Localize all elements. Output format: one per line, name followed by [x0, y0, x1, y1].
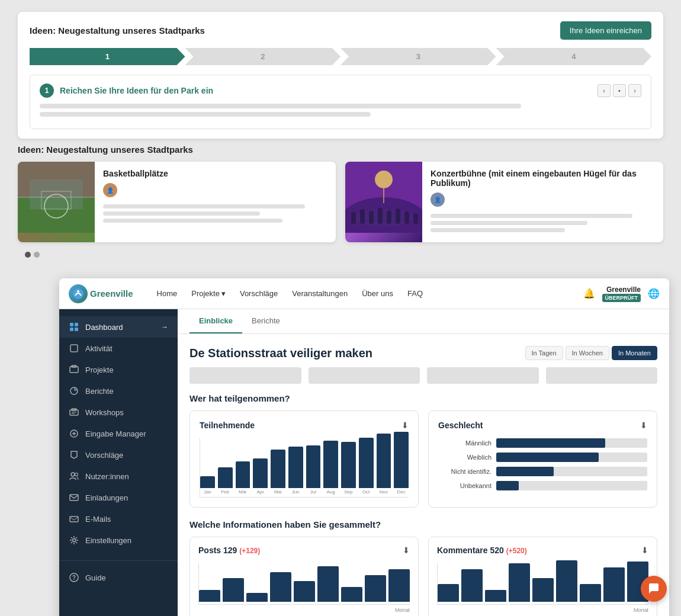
h-bar-chart-geschlecht: Männlich Weiblich Nicht identifiz. [438, 438, 647, 490]
mini-bar-comments-1 [438, 584, 459, 602]
step-next-button[interactable]: › [628, 84, 641, 97]
step-4[interactable]: 4 [496, 48, 652, 65]
mini-bar-posts-7 [341, 587, 362, 602]
notification-icon[interactable]: 🔔 [583, 288, 595, 299]
progress-steps: 1 2 3 4 [30, 48, 651, 65]
svg-point-40 [73, 539, 76, 542]
guide-icon: ? [69, 572, 79, 583]
download-icon-comments[interactable]: ⬇ [641, 546, 648, 555]
sidebar: Dashboard → Aktivität Proje [59, 309, 178, 616]
bar-feb [218, 467, 233, 488]
bar-label-sep: Sep [344, 489, 352, 495]
dot-1[interactable] [25, 252, 31, 258]
sidebar-item-label-nutzerinnen: Nutzer:innen [85, 472, 129, 481]
chat-button[interactable] [641, 576, 667, 602]
mini-bar-posts-5 [294, 581, 315, 602]
idea-placeholder-1c [103, 219, 282, 223]
svg-rect-17 [404, 211, 409, 224]
dashboard-icon [69, 322, 79, 332]
mini-bar-comments-6 [556, 560, 577, 602]
comments-title: Kommentare 520 (+520) [437, 546, 527, 555]
proposals-icon [69, 450, 79, 460]
idea-card-basketball[interactable]: Basketballplätze 👤 [18, 162, 336, 242]
mini-bar-chart-posts [198, 563, 410, 605]
mini-bar-posts-9 [388, 569, 410, 602]
bar-col-jan: Jan [200, 476, 215, 495]
stat-placeholder-3 [427, 367, 539, 384]
navbar: Greenville Home Projekte ▾ Vorschläge Ve… [59, 278, 669, 309]
svg-rect-14 [378, 208, 383, 224]
globe-icon[interactable]: 🌐 [648, 288, 660, 299]
bar-jun [288, 447, 303, 488]
idea-card-concert[interactable]: Konzertbühne (mit einem eingebauten Hüge… [345, 162, 663, 242]
nav-vorschlaege[interactable]: Vorschläge [240, 289, 278, 298]
step-dot-button[interactable]: • [613, 84, 626, 97]
ideas-grid: Basketballplätze 👤 [18, 162, 663, 242]
sidebar-item-dashboard[interactable]: Dashboard → [59, 316, 178, 338]
bar-col-oct: Oct [359, 438, 374, 495]
svg-rect-13 [369, 211, 374, 224]
sidebar-item-guide[interactable]: ? Guide [59, 567, 178, 588]
verified-badge: ÜBERPRÜFT [602, 294, 641, 302]
participation-title: Wer hat teilgenommen? [189, 393, 657, 403]
idea-card-img-basketball [18, 162, 95, 242]
sidebar-item-einstellungen[interactable]: Einstellungen [59, 530, 178, 551]
sidebar-item-emails[interactable]: E-Mails [59, 508, 178, 530]
sidebar-item-label-projekte: Projekte [85, 365, 114, 374]
h-bar-track-nicht [496, 467, 647, 476]
filter-in-wochen[interactable]: In Wochen [566, 346, 609, 360]
sidebar-item-nutzerinnen[interactable]: Nutzer:innen [59, 466, 178, 487]
posts-count: (+129) [239, 547, 260, 555]
sidebar-item-label-dashboard: Dashboard [85, 323, 123, 332]
chart-title-geschlecht: Geschlecht [438, 421, 483, 430]
chart-title-teilnehmende: Teilnehmende [200, 421, 255, 430]
nav-ueber-uns[interactable]: Über uns [362, 289, 393, 298]
idea-card-title-basketball: Basketballplätze [103, 169, 327, 178]
dot-2[interactable] [34, 252, 40, 258]
charts-row: Teilnehmende ⬇ Jan Feb Mär Apr Mai Jun J… [189, 410, 657, 508]
h-bar-row-unbekannt: Unbekannt [438, 481, 647, 490]
bar-mar [236, 461, 250, 488]
svg-text:?: ? [72, 575, 76, 581]
navbar-brand: Greenville [69, 284, 133, 303]
nav-projekte[interactable]: Projekte ▾ [191, 289, 226, 298]
tab-einblicke[interactable]: Einblicke [189, 309, 242, 333]
mini-chart-card-comments: Kommentare 520 (+520) ⬇ [428, 537, 657, 616]
content-area: De Stationsstraat veiliger maken In Tage… [178, 334, 669, 616]
sidebar-item-vorschlaege[interactable]: Vorschläge [59, 444, 178, 466]
submit-ideas-button[interactable]: Ihre Ideen einreichen [560, 21, 651, 40]
svg-rect-11 [351, 212, 356, 224]
sidebar-item-einladungen[interactable]: Einladungen [59, 487, 178, 508]
sidebar-item-projekte[interactable]: Projekte [59, 359, 178, 380]
filter-in-tagen[interactable]: In Tagen [525, 346, 563, 360]
step-1[interactable]: 1 [30, 48, 185, 65]
tab-berichte[interactable]: Berichte [242, 309, 290, 333]
nav-faq[interactable]: FAQ [407, 289, 423, 298]
bar-label-jul: Jul [310, 489, 316, 495]
download-icon-teilnehmende[interactable]: ⬇ [401, 421, 409, 430]
nav-veranstaltungen[interactable]: Veranstaltungen [292, 289, 348, 298]
sidebar-item-berichte[interactable]: Berichte [59, 380, 178, 402]
step-2[interactable]: 2 [185, 48, 341, 65]
sidebar-item-aktivitaet[interactable]: Aktivität [59, 338, 178, 359]
step-3[interactable]: 3 [340, 48, 496, 65]
stat-placeholder-4 [546, 367, 658, 384]
sidebar-item-eingabe-manager[interactable]: Eingabe Manager [59, 423, 178, 444]
svg-rect-15 [387, 210, 391, 224]
bar-nov [377, 434, 391, 488]
download-icon-posts[interactable]: ⬇ [403, 546, 410, 555]
step-nav-buttons: ‹ • › [598, 84, 641, 97]
svg-rect-22 [75, 323, 78, 326]
sidebar-item-workshops[interactable]: Workshops [59, 402, 178, 423]
sidebar-item-label-aktivitaet: Aktivität [85, 344, 113, 353]
bar-oct [359, 438, 374, 488]
svg-rect-16 [396, 208, 400, 224]
filter-in-monaten[interactable]: In Monaten [612, 346, 657, 360]
step-prev-button[interactable]: ‹ [598, 84, 611, 97]
mini-bar-comments-3 [485, 590, 506, 602]
download-icon-geschlecht[interactable]: ⬇ [640, 421, 647, 430]
h-bar-track-weiblich [496, 453, 647, 462]
nav-home[interactable]: Home [157, 289, 178, 298]
idea-card-title-concert: Konzertbühne (mit einem eingebauten Hüge… [431, 169, 655, 188]
bar-label-dec: Dec [397, 489, 406, 495]
